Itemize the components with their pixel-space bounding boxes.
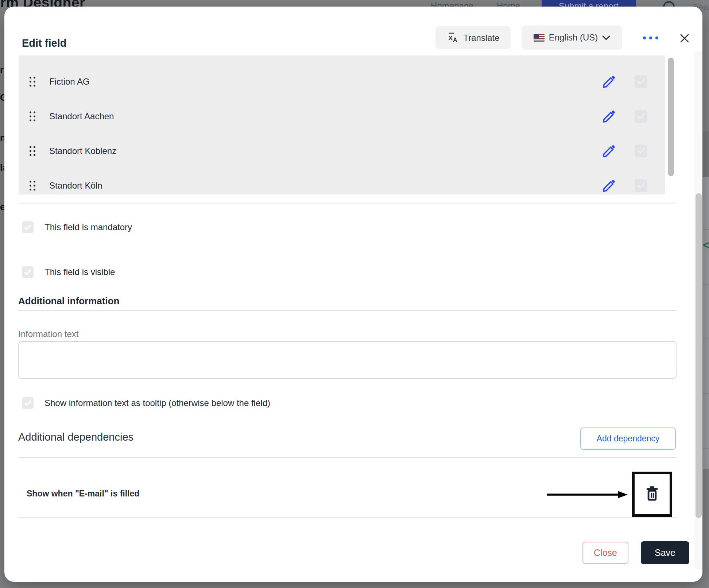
option-checkbox[interactable] [635, 75, 647, 88]
edit-field-dialog: Edit field x A Translate English (US) [4, 7, 702, 582]
us-flag-icon [534, 34, 545, 42]
translate-button[interactable]: x A Translate [435, 26, 511, 49]
save-button[interactable]: Save [641, 541, 689, 564]
screen: Form Designer Homepage Home Submit a rep… [0, 0, 709, 588]
option-label: Standort Köln [49, 181, 102, 191]
delete-dependency-button[interactable] [644, 485, 660, 504]
translate-icon: x A [446, 31, 459, 45]
svg-text:A: A [453, 37, 457, 43]
option-row: Fiction AG [19, 64, 665, 99]
edit-pencil-icon[interactable] [602, 144, 616, 158]
svg-text:x: x [449, 34, 453, 41]
mandatory-checkbox[interactable] [22, 221, 34, 233]
options-list: Fiction AG Standort Aachen [19, 55, 665, 194]
edit-pencil-icon[interactable] [602, 109, 616, 124]
option-row: Standort Köln [19, 168, 665, 203]
mandatory-checkbox-row: This field is mandatory [22, 221, 132, 233]
modal-scrollbar-thumb[interactable] [696, 193, 702, 518]
add-dependency-button[interactable]: Add dependency [580, 428, 676, 450]
tooltip-checkbox-row: Show information text as tooltip (otherw… [22, 397, 270, 409]
more-options-icon[interactable] [643, 36, 659, 40]
backdrop-row-line [703, 393, 709, 394]
information-text-label: Information text [18, 329, 78, 339]
visible-label: This field is visible [44, 267, 115, 277]
edit-pencil-icon[interactable] [602, 74, 616, 89]
option-checkbox[interactable] [635, 144, 647, 157]
mandatory-label: This field is mandatory [44, 222, 132, 232]
divider [18, 310, 677, 311]
annotation-highlight-rect [632, 472, 672, 517]
edit-pencil-icon[interactable] [602, 178, 616, 193]
backdrop-row-line [703, 448, 709, 449]
translate-label: Translate [463, 33, 499, 43]
annotation-arrow [547, 490, 628, 500]
drag-handle-icon[interactable] [30, 181, 35, 190]
visible-checkbox-row: This field is visible [22, 266, 115, 278]
option-label: Fiction AG [49, 77, 90, 87]
backdrop-right-band [703, 131, 709, 177]
backdrop-row-line [703, 229, 709, 230]
option-row: Standort Aachen [19, 99, 665, 134]
backdrop-right-panel [703, 177, 709, 469]
backdrop-row-line [703, 339, 709, 339]
drag-handle-icon[interactable] [30, 111, 35, 121]
option-label: Standort Aachen [49, 111, 114, 121]
dialog-title: Edit field [22, 37, 66, 49]
option-label: Standort Koblenz [49, 146, 116, 156]
list-scrollbar-thumb[interactable] [668, 58, 674, 176]
option-checkbox[interactable] [635, 179, 647, 192]
drag-handle-icon[interactable] [30, 146, 35, 156]
additional-dependencies-heading: Additional dependencies [18, 431, 133, 443]
additional-information-heading: Additional information [18, 295, 119, 307]
divider [18, 457, 677, 458]
tooltip-checkbox[interactable] [22, 397, 34, 409]
option-row: Standort Koblenz [19, 134, 665, 168]
option-checkbox[interactable] [635, 110, 647, 123]
information-text-input[interactable] [18, 341, 677, 379]
tooltip-label: Show information text as tooltip (otherw… [44, 398, 270, 408]
backdrop-row-line [703, 284, 709, 285]
dependency-row-label: Show when "E-mail" is filled [27, 489, 139, 499]
close-button[interactable]: Close [582, 542, 628, 564]
divider [18, 517, 677, 518]
divider [18, 204, 677, 204]
close-icon[interactable] [679, 33, 690, 44]
drag-handle-icon[interactable] [30, 77, 35, 86]
language-label: English (US) [549, 32, 598, 43]
information-text-field-wrap [18, 341, 677, 379]
chevron-down-icon [602, 32, 610, 43]
language-dropdown[interactable]: English (US) [522, 26, 622, 50]
backdrop-collapse-chevron: < [703, 239, 709, 251]
visible-checkbox[interactable] [22, 266, 34, 278]
